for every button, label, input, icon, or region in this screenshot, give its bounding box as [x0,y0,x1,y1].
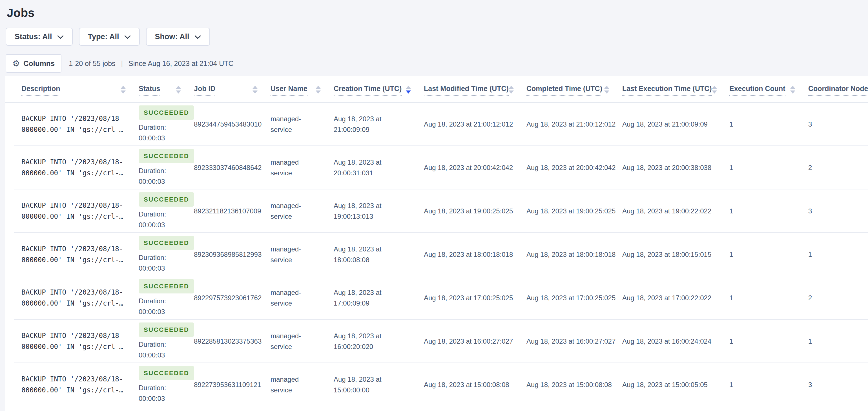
job-id-value: 892285813023375363 [194,336,265,347]
column-header-job-id[interactable]: Job ID [194,76,271,102]
status-cell: SUCCEEDEDDuration:00:00:03 [138,189,194,233]
sort-asc-arrow [509,86,514,89]
execution-count-cell: 1 [730,146,808,189]
sort-icon [316,85,321,94]
creation-time-line: Aug 18, 2023 at [334,331,418,341]
column-header-completed-time[interactable]: Completed Time (UTC) [526,76,622,102]
user-name-line: managed- [271,114,328,124]
last-modified-value: Aug 18, 2023 at 20:00:42:042 [424,163,521,173]
table-row: BACKUP INTO '/2023/08/18-000000.00' IN '… [5,276,868,320]
user-name-line: service [271,255,328,265]
last-execution-cell: Aug 18, 2023 at 20:00:38:038 [622,146,730,189]
last-execution-value: Aug 18, 2023 at 19:00:22:022 [622,206,724,216]
table-body: BACKUP INTO '/2023/08/18-000000.00' IN '… [5,102,868,407]
execution-count-value: 1 [730,206,803,216]
column-label-completed-time: Completed Time (UTC) [526,85,602,96]
completed-time-cell: Aug 18, 2023 at 21:00:12:012 [526,102,622,146]
job-description-link[interactable]: BACKUP INTO '/2023/08/18-000000.00' IN '… [22,102,138,146]
status-badge: SUCCEEDED [138,322,194,337]
column-header-status[interactable]: Status [138,76,194,102]
filter-show-dropdown[interactable]: Show: All [146,28,210,46]
sort-desc-arrow [121,90,126,94]
creation-time-line: 18:00:08:08 [334,255,418,265]
last-modified-value: Aug 18, 2023 at 21:00:12:012 [424,119,521,130]
sort-asc-arrow [712,86,717,89]
creation-time-cell: Aug 18, 2023 at19:00:13:013 [334,189,424,233]
columns-button[interactable]: ⚙ Columns [6,54,61,73]
job-description-link[interactable]: BACKUP INTO '/2023/08/18-000000.00' IN '… [22,320,138,363]
coordinator-node-cell: 3 [808,102,868,146]
creation-time-line: 20:00:31:031 [334,168,418,178]
creation-time-line: Aug 18, 2023 at [334,374,418,385]
column-header-description[interactable]: Description [22,76,138,102]
chevron-down-icon [194,35,201,39]
filter-type-dropdown[interactable]: Type: All [79,28,140,46]
last-execution-value: Aug 18, 2023 at 15:00:05:05 [622,379,724,390]
last-modified-cell: Aug 18, 2023 at 17:00:25:025 [424,276,526,320]
status-badge: SUCCEEDED [138,279,194,293]
status-badge: SUCCEEDED [138,366,194,380]
completed-time-value: Aug 18, 2023 at 18:00:18:018 [526,249,617,260]
job-description-link[interactable]: BACKUP INTO '/2023/08/18-000000.00' IN '… [22,276,138,320]
user-name-line: service [271,211,328,222]
job-description-link[interactable]: BACKUP INTO '/2023/08/18-000000.00' IN '… [22,189,138,233]
column-label-job-id: Job ID [194,85,215,96]
description-line: 000000.00' IN 'gs://crl-… [22,385,133,396]
execution-count-value: 1 [730,119,803,130]
last-execution-value: Aug 18, 2023 at 21:00:09:09 [622,119,724,130]
last-modified-value: Aug 18, 2023 at 16:00:27:027 [424,336,521,347]
column-header-last-execution[interactable]: Last Execution Time (UTC) [622,76,730,102]
sort-desc-arrow [509,90,514,94]
creation-time-cell: Aug 18, 2023 at18:00:08:08 [334,233,424,276]
last-modified-value: Aug 18, 2023 at 19:00:25:025 [424,206,521,216]
sort-asc-arrow [252,86,257,89]
last-modified-cell: Aug 18, 2023 at 19:00:25:025 [424,189,526,233]
last-execution-cell: Aug 18, 2023 at 17:00:22:022 [622,276,730,320]
last-modified-cell: Aug 18, 2023 at 20:00:42:042 [424,146,526,189]
last-execution-cell: Aug 18, 2023 at 19:00:22:022 [622,189,730,233]
user-name-cell: managed-service [271,320,334,363]
creation-time-line: Aug 18, 2023 at [334,287,418,298]
user-name-line: managed- [271,331,328,341]
coordinator-node-cell: 2 [808,146,868,189]
column-label-status: Status [138,85,160,96]
duration-value: 00:00:03 [138,393,188,404]
user-name-line: service [271,168,328,178]
sort-asc-arrow [790,86,795,89]
column-header-execution-count[interactable]: Execution Count [730,76,808,102]
duration-label: Duration: [138,339,188,350]
description-line: 000000.00' IN 'gs://crl-… [22,255,133,266]
column-header-last-modified[interactable]: Last Modified Time (UTC) [424,76,526,102]
description-line: BACKUP INTO '/2023/08/18- [22,157,133,168]
completed-time-value: Aug 18, 2023 at 20:00:42:042 [526,163,617,173]
toolbar-divider: | [121,59,123,68]
duration-label: Duration: [138,383,188,393]
filter-status-dropdown[interactable]: Status: All [6,28,73,46]
job-id-cell: 892333037460848642 [194,146,271,189]
user-name-cell: managed-service [271,363,334,407]
user-name-cell: managed-service [271,189,334,233]
creation-time-line: 21:00:09:09 [334,124,418,135]
user-name-line: managed- [271,200,328,211]
status-badge: SUCCEEDED [138,192,194,207]
status-badge: SUCCEEDED [138,236,194,250]
sort-desc-arrow [712,90,717,94]
job-description-link[interactable]: BACKUP INTO '/2023/08/18-000000.00' IN '… [22,146,138,189]
description-line: BACKUP INTO '/2023/08/18- [22,330,133,341]
job-description-link[interactable]: BACKUP INTO '/2023/08/18-000000.00' IN '… [22,233,138,276]
column-header-creation-time[interactable]: Creation Time (UTC) [334,76,424,102]
column-label-user-name: User Name [271,85,307,96]
column-header-user-name[interactable]: User Name [271,76,334,102]
last-execution-cell: Aug 18, 2023 at 16:00:24:024 [622,320,730,363]
job-description-link[interactable]: BACKUP INTO '/2023/08/18-000000.00' IN '… [22,363,138,407]
jobs-table-panel: DescriptionStatusJob IDUser NameCreation… [5,76,868,411]
sort-icon [121,85,126,94]
execution-count-value: 1 [730,379,803,390]
last-execution-value: Aug 18, 2023 at 17:00:22:022 [622,293,724,303]
execution-count-cell: 1 [730,363,808,407]
creation-time-line: 15:00:00:00 [334,385,418,395]
column-header-coordinator[interactable]: Coordinator Node [808,76,868,102]
creation-time-line: Aug 18, 2023 at [334,157,418,168]
coordinator-node-value: 2 [808,293,862,303]
table-row: BACKUP INTO '/2023/08/18-000000.00' IN '… [5,189,868,233]
